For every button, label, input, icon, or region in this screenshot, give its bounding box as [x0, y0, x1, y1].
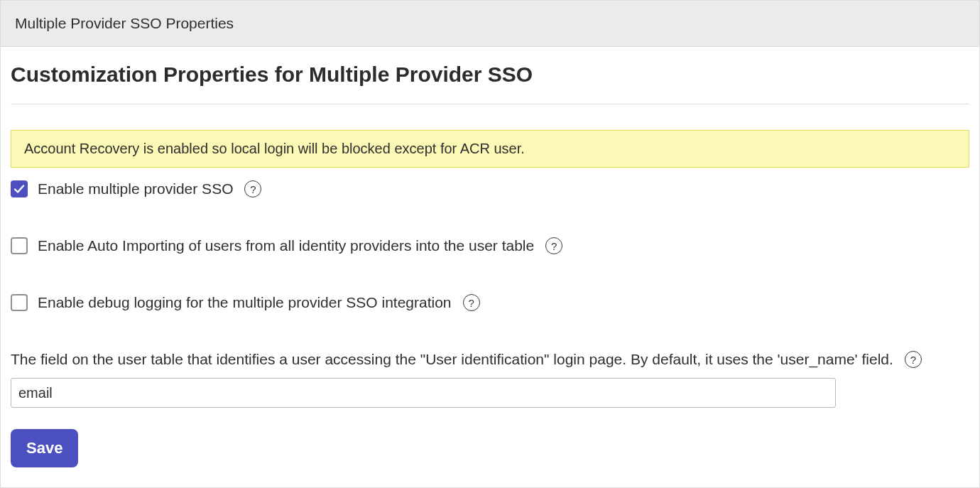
section-heading: Customization Properties for Multiple Pr…	[11, 63, 969, 87]
enable-sso-checkbox-wrap[interactable]: Enable multiple provider SSO	[11, 180, 233, 197]
info-banner-text: Account Recovery is enabled so local log…	[24, 141, 525, 156]
field-auto-import-row: Enable Auto Importing of users from all …	[11, 237, 969, 254]
auto-import-checkbox[interactable]	[11, 237, 28, 254]
content-area: Customization Properties for Multiple Pr…	[1, 47, 979, 477]
user-id-field-label: The field on the user table that identif…	[11, 351, 893, 368]
titlebar: Multiple Provider SSO Properties	[1, 1, 979, 47]
auto-import-checkbox-wrap[interactable]: Enable Auto Importing of users from all …	[11, 237, 534, 254]
info-banner: Account Recovery is enabled so local log…	[11, 130, 969, 168]
divider	[11, 104, 969, 104]
enable-sso-checkbox[interactable]	[11, 180, 28, 197]
check-icon	[13, 183, 25, 195]
field-enable-sso-row: Enable multiple provider SSO ?	[11, 180, 969, 197]
debug-logging-checkbox[interactable]	[11, 294, 28, 311]
user-id-field-input[interactable]	[11, 378, 836, 408]
save-button[interactable]: Save	[11, 429, 78, 467]
help-icon[interactable]: ?	[905, 351, 922, 368]
enable-sso-label: Enable multiple provider SSO	[38, 180, 233, 197]
debug-logging-label: Enable debug logging for the multiple pr…	[38, 294, 452, 311]
auto-import-label: Enable Auto Importing of users from all …	[38, 237, 534, 254]
help-icon[interactable]: ?	[545, 237, 562, 254]
user-id-field-label-row: The field on the user table that identif…	[11, 351, 969, 368]
titlebar-title: Multiple Provider SSO Properties	[15, 15, 234, 31]
debug-logging-checkbox-wrap[interactable]: Enable debug logging for the multiple pr…	[11, 294, 452, 311]
properties-window: Multiple Provider SSO Properties Customi…	[0, 0, 980, 488]
help-icon[interactable]: ?	[244, 180, 261, 197]
field-debug-logging-row: Enable debug logging for the multiple pr…	[11, 294, 969, 311]
help-icon[interactable]: ?	[463, 294, 480, 311]
